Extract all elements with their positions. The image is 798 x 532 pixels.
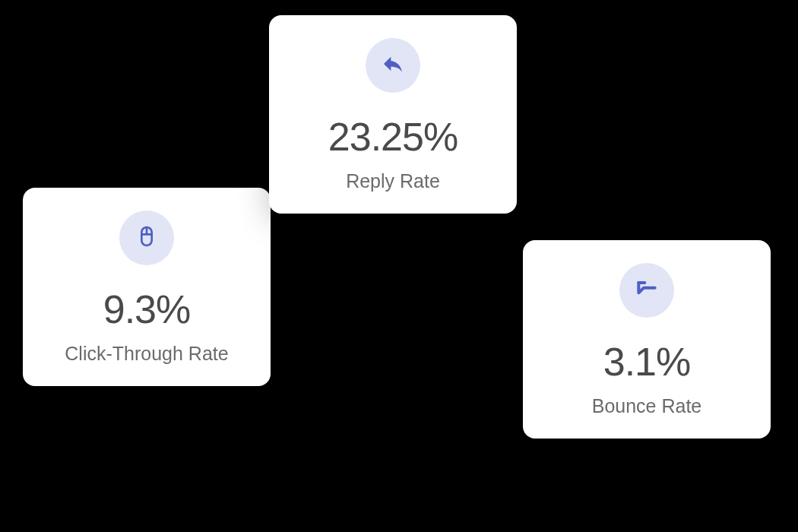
bounce-rate-label: Bounce Rate <box>592 395 702 417</box>
reply-rate-value: 23.25% <box>328 114 458 160</box>
reply-icon <box>381 52 405 79</box>
mouse-icon-circle <box>119 211 174 265</box>
click-through-rate-value: 9.3% <box>103 287 191 332</box>
bounce-rate-card: 3.1% Bounce Rate <box>523 240 771 439</box>
bounce-icon-circle <box>619 263 674 318</box>
reply-rate-card: 23.25% Reply Rate <box>269 15 517 214</box>
bounce-icon <box>635 277 659 304</box>
reply-rate-label: Reply Rate <box>346 170 440 192</box>
reply-icon-circle <box>366 38 420 93</box>
click-through-rate-card: 9.3% Click-Through Rate <box>23 188 271 386</box>
mouse-icon <box>135 224 159 252</box>
bounce-rate-value: 3.1% <box>603 339 691 385</box>
click-through-rate-label: Click-Through Rate <box>65 343 228 365</box>
